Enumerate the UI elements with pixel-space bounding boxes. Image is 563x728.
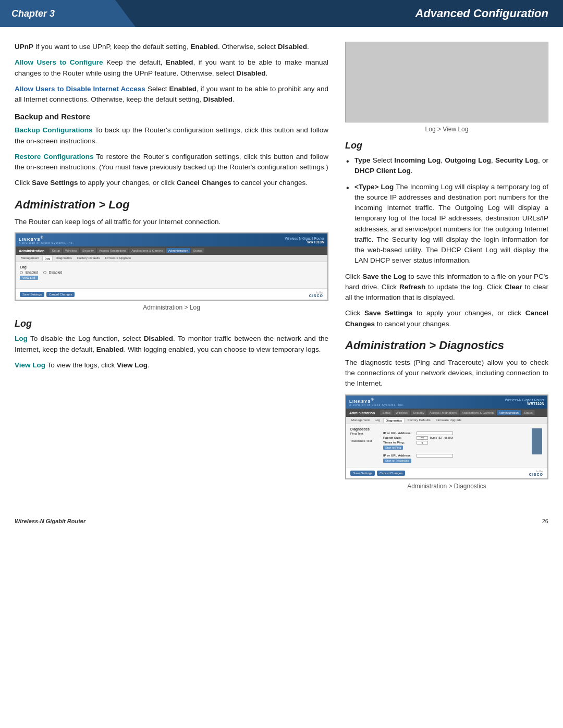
linksys-product: Wireless-N Gigabit Router WRT310N [285, 237, 325, 244]
log-sub-heading: Log [15, 318, 328, 329]
allow-users-disable-paragraph: Allow Users to Disable Internet Access S… [15, 84, 328, 105]
left-column: UPnP If you want to use UPnP, keep the d… [15, 42, 328, 497]
view-log-label: View Log [15, 361, 45, 369]
log-paragraph: Log To disable the Log function, select … [15, 334, 328, 355]
restore-config-label: Restore Configurations [15, 153, 93, 161]
log-label: Log [15, 335, 28, 342]
allow-users-configure-label: Allow Users to Configure [15, 58, 103, 66]
page-header: Chapter 3 Advanced Configuration [0, 0, 563, 27]
log-bullet-list: Type Select Incoming Log, Outgoing Log, … [345, 155, 548, 266]
backup-config-paragraph: Backup Configurations To back up the Rou… [15, 125, 328, 146]
diag-linksys-subtabs: Management Log Diagnostics Factory Defau… [346, 417, 547, 424]
right-column: Log > View Log Log Type Select Incoming … [345, 42, 548, 497]
backup-config-label: Backup Configurations [15, 126, 93, 134]
log-view-screenshot [345, 42, 548, 122]
upnp-label: UPnP [15, 43, 33, 51]
cancel-changes-btn[interactable]: Cancel Changes [46, 292, 75, 297]
log-view-caption: Log > View Log [345, 126, 548, 133]
backup-restore-heading: Backup and Restore [15, 112, 328, 121]
start-trace-btn[interactable]: Start to Traceroute [383, 459, 411, 463]
bullet-type-log: <Type> Log The Incoming Log will display… [345, 182, 548, 266]
chapter-label: Chapter 3 [0, 0, 136, 27]
chapter-text: Chapter 3 [11, 8, 55, 19]
linksys-log-body: Log Enabled Disabled View Log [16, 262, 327, 288]
admin-diag-screenshot: LINKSYS® A Division of Cisco Systems, In… [345, 394, 548, 480]
linksys-subtabs: Management Log Diagnostics Factory Defau… [16, 255, 327, 262]
admin-diag-heading: Administration > Diagnostics [345, 339, 548, 352]
diag-linksys-product: Wireless-N Gigabit Router WRT310N [505, 398, 545, 405]
view-log-btn[interactable]: View Log [20, 276, 38, 280]
admin-diag-desc: The diagnostic tests (Ping and Tracerout… [345, 357, 548, 389]
start-ping-btn[interactable]: Start to Ping [383, 446, 403, 450]
allow-users-disable-label: Allow Users to Disable Internet Access [15, 85, 145, 93]
right-log-heading: Log [345, 140, 548, 151]
diag-save-btn[interactable]: Save Settings [350, 471, 375, 476]
save-the-log-paragraph: Click Save the Log to save this informat… [345, 272, 548, 303]
save-settings-btn[interactable]: Save Settings [20, 292, 44, 297]
bullet-type: Type Select Incoming Log, Outgoing Log, … [345, 155, 548, 177]
allow-users-configure-paragraph: Allow Users to Configure Keep the defaul… [15, 57, 328, 79]
linksys-logo: LINKSYS® A Division of Cisco Systems, In… [19, 236, 74, 245]
title-text: Advanced Configuration [415, 7, 548, 20]
view-log-paragraph: View Log To view the logs, click View Lo… [15, 360, 328, 371]
save-cancel-left: Click Save Settings to apply your change… [15, 178, 328, 188]
page-title: Advanced Configuration [136, 0, 563, 27]
linksys-nav: Administration Setup Wireless Security A… [16, 246, 327, 255]
admin-log-caption: Administration > Log [15, 304, 328, 311]
save-cancel-right: Click Save Settings to apply your change… [345, 308, 548, 329]
restore-config-paragraph: Restore Configurations To restore the Ro… [15, 152, 328, 173]
admin-log-desc: The Router can keep logs of all traffic … [15, 217, 328, 227]
linksys-footer: Save Settings Cancel Changes ابدا ابدا C… [16, 288, 327, 300]
footer-page: 26 [542, 518, 548, 524]
diag-linksys-footer: Save Settings Cancel Changes ابدا ابدا C… [346, 467, 547, 478]
diag-linksys-nav: Administration Setup Wireless Security A… [346, 409, 547, 417]
admin-log-screenshot: LINKSYS® A Division of Cisco Systems, In… [15, 232, 328, 301]
diag-cancel-btn[interactable]: Cancel Changes [377, 471, 405, 476]
diag-linksys-body: Diagnostics Ping Test Traceroute Test IP… [346, 424, 547, 467]
admin-log-heading: Administration > Log [15, 198, 328, 212]
footer-product: Wireless-N Gigabit Router [15, 518, 85, 524]
page-footer: Wireless-N Gigabit Router 26 [0, 513, 563, 529]
admin-diag-caption: Administration > Diagnostics [345, 483, 548, 490]
upnp-paragraph: UPnP If you want to use UPnP, keep the d… [15, 42, 328, 52]
main-content: UPnP If you want to use UPnP, keep the d… [0, 27, 563, 508]
diag-linksys-logo: LINKSYS® A Division of Cisco Systems, In… [349, 398, 405, 407]
